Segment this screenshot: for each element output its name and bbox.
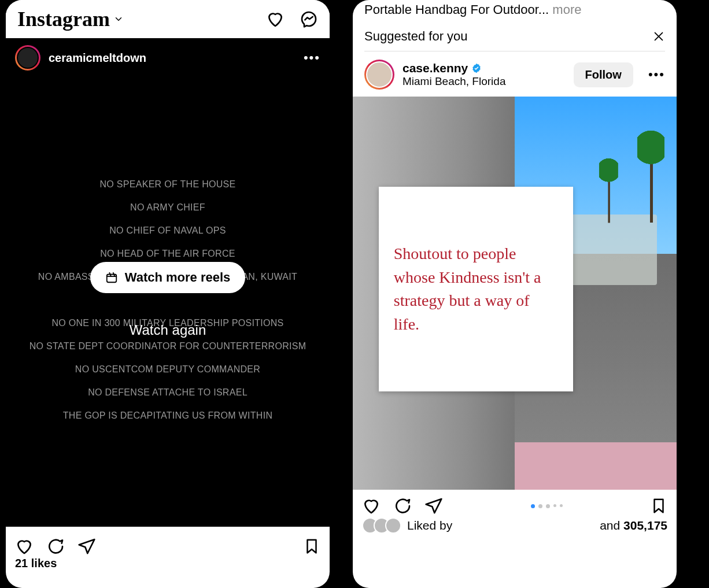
like-icon[interactable] <box>15 537 34 556</box>
post-action-row <box>353 490 677 516</box>
save-icon[interactable] <box>303 538 320 555</box>
ig-logo-dropdown[interactable]: Instagram <box>17 9 124 29</box>
carousel-dot <box>546 504 550 508</box>
prev-post-caption-fragment[interactable]: Portable Handbag For Outdoor... more <box>353 0 677 24</box>
author-avatar[interactable] <box>364 60 394 90</box>
post-menu-button[interactable]: ••• <box>304 50 320 65</box>
reel-line: NO DEFENSE ATTACHE TO ISRAEL <box>88 387 248 398</box>
author-username[interactable]: case.kenny <box>402 61 505 75</box>
reel-line: NO SPEAKER OF THE HOUSE <box>99 179 235 190</box>
carousel-dot <box>553 504 556 507</box>
reel-line: NO STATE DEPT COORDINATOR FOR COUNTERTER… <box>29 341 307 352</box>
suggested-heading: Suggested for you <box>364 29 468 44</box>
likes-count[interactable]: 21 likes <box>6 557 330 570</box>
author-location[interactable]: Miami Beach, Florida <box>402 75 505 88</box>
post-action-row <box>6 527 330 557</box>
watch-again-button[interactable]: Watch again <box>130 322 206 338</box>
comment-icon[interactable] <box>393 497 412 515</box>
verified-badge-icon <box>471 63 482 73</box>
reel-line: NO USCENTCOM DEPUTY COMMANDER <box>75 364 260 375</box>
divider <box>364 51 665 51</box>
reels-icon <box>105 271 118 284</box>
carousel-dot <box>531 504 535 508</box>
share-icon[interactable] <box>424 497 443 515</box>
author-username[interactable]: ceramicmeltdown <box>49 51 146 65</box>
comment-icon[interactable] <box>46 537 65 556</box>
liked-by-line[interactable]: Liked by and 305,175 <box>353 516 677 534</box>
reel-line: THE GOP IS DECAPITATING US FROM WITHIN <box>63 411 273 421</box>
close-icon[interactable] <box>652 30 665 43</box>
like-icon[interactable] <box>362 497 381 515</box>
chevron-down-icon <box>113 14 124 24</box>
note-text: Shoutout to people whose Kindness isn't … <box>394 242 558 336</box>
share-icon[interactable] <box>77 537 96 556</box>
reel-line: NO ARMY CHIEF <box>130 202 205 213</box>
save-icon[interactable] <box>650 497 667 515</box>
follow-button[interactable]: Follow <box>574 62 633 87</box>
note-card: Shoutout to people whose Kindness isn't … <box>379 187 573 391</box>
author-avatar[interactable] <box>15 45 40 71</box>
reel-text-content: NO SPEAKER OF THE HOUSENO ARMY CHIEFNO C… <box>12 179 324 421</box>
carousel-dot <box>560 504 563 507</box>
liked-by-avatars <box>362 517 401 534</box>
carousel-dots[interactable] <box>531 504 563 508</box>
reel-line <box>167 295 169 305</box>
messenger-icon[interactable] <box>300 10 318 28</box>
carousel-dot <box>538 504 542 508</box>
post-photo[interactable]: Shoutout to people whose Kindness isn't … <box>353 97 677 490</box>
reel-post: ceramicmeltdown ••• NO SPEAKER OF THE HO… <box>6 38 330 527</box>
post-menu-button[interactable]: ••• <box>648 67 665 82</box>
left-phone: Instagram ceramicmeltdown ••• NO SPEAKER… <box>6 0 330 588</box>
caption-more-button[interactable]: more <box>552 2 581 17</box>
ig-logo-text: Instagram <box>17 9 110 29</box>
ig-header: Instagram <box>6 0 330 38</box>
activity-heart-icon[interactable] <box>266 10 285 28</box>
reel-line: NO HEAD OF THE AIR FORCE <box>100 249 235 259</box>
right-phone: Portable Handbag For Outdoor... more Sug… <box>353 0 677 588</box>
reel-media[interactable]: NO SPEAKER OF THE HOUSENO ARMY CHIEFNO C… <box>6 77 330 523</box>
reel-line: NO CHIEF OF NAVAL OPS <box>109 225 226 236</box>
watch-more-reels-button[interactable]: Watch more reels <box>90 262 246 293</box>
